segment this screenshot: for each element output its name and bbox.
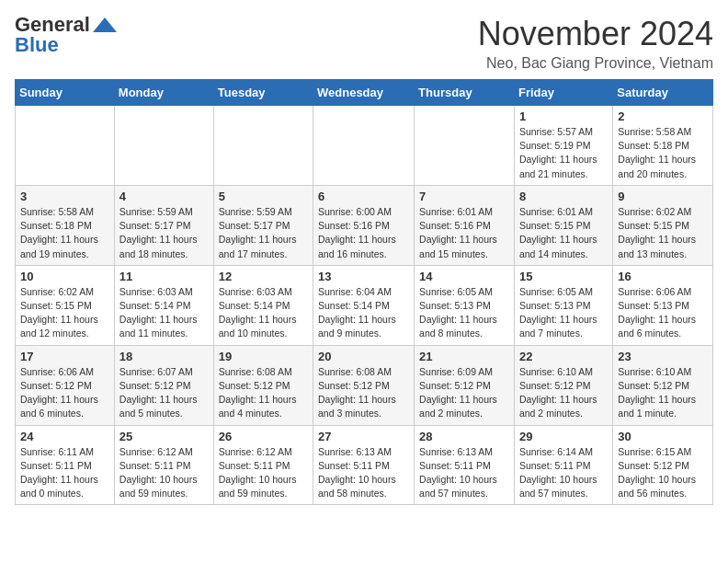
- day-number: 12: [219, 270, 308, 283]
- day-number: 28: [419, 430, 509, 443]
- svg-marker-0: [93, 17, 117, 32]
- day-number: 18: [119, 350, 209, 363]
- day-number: 7: [419, 190, 509, 203]
- calendar-cell: 23Sunrise: 6:10 AM Sunset: 5:12 PM Dayli…: [613, 345, 713, 425]
- calendar-cell: 9Sunrise: 6:02 AM Sunset: 5:15 PM Daylig…: [613, 185, 713, 265]
- day-info: Sunrise: 6:01 AM Sunset: 5:16 PM Dayligh…: [419, 205, 509, 261]
- calendar-cell: 2Sunrise: 5:58 AM Sunset: 5:18 PM Daylig…: [613, 106, 713, 186]
- weekday-header-sunday: Sunday: [16, 80, 115, 106]
- day-number: 30: [618, 430, 708, 443]
- calendar-cell: 6Sunrise: 6:00 AM Sunset: 5:16 PM Daylig…: [313, 185, 415, 265]
- day-number: 19: [219, 350, 308, 363]
- day-info: Sunrise: 6:05 AM Sunset: 5:13 PM Dayligh…: [519, 285, 608, 341]
- day-info: Sunrise: 6:07 AM Sunset: 5:12 PM Dayligh…: [119, 365, 209, 421]
- calendar-cell: 29Sunrise: 6:14 AM Sunset: 5:11 PM Dayli…: [514, 425, 612, 505]
- day-info: Sunrise: 5:59 AM Sunset: 5:17 PM Dayligh…: [119, 205, 209, 261]
- calendar-week-1: 1Sunrise: 5:57 AM Sunset: 5:19 PM Daylig…: [16, 106, 713, 186]
- day-info: Sunrise: 5:59 AM Sunset: 5:17 PM Dayligh…: [219, 205, 308, 261]
- weekday-header-saturday: Saturday: [613, 80, 713, 106]
- day-info: Sunrise: 6:08 AM Sunset: 5:12 PM Dayligh…: [318, 365, 409, 421]
- month-year-title: November 2024: [478, 15, 713, 53]
- day-info: Sunrise: 6:05 AM Sunset: 5:13 PM Dayligh…: [419, 285, 509, 341]
- weekday-header-tuesday: Tuesday: [213, 80, 313, 106]
- day-number: 9: [618, 190, 708, 203]
- calendar-cell: [415, 106, 515, 186]
- weekday-header-friday: Friday: [514, 80, 612, 106]
- day-number: 13: [318, 270, 409, 283]
- calendar-cell: [313, 106, 415, 186]
- day-number: 26: [219, 430, 308, 443]
- day-info: Sunrise: 6:06 AM Sunset: 5:13 PM Dayligh…: [618, 285, 708, 341]
- day-info: Sunrise: 6:03 AM Sunset: 5:14 PM Dayligh…: [219, 285, 308, 341]
- day-info: Sunrise: 6:12 AM Sunset: 5:11 PM Dayligh…: [119, 445, 209, 501]
- day-info: Sunrise: 6:10 AM Sunset: 5:12 PM Dayligh…: [618, 365, 708, 421]
- day-number: 16: [618, 270, 708, 283]
- calendar-cell: 3Sunrise: 5:58 AM Sunset: 5:18 PM Daylig…: [16, 185, 115, 265]
- calendar-cell: 21Sunrise: 6:09 AM Sunset: 5:12 PM Dayli…: [415, 345, 515, 425]
- calendar-cell: 24Sunrise: 6:11 AM Sunset: 5:11 PM Dayli…: [16, 425, 115, 505]
- day-info: Sunrise: 6:13 AM Sunset: 5:11 PM Dayligh…: [419, 445, 509, 501]
- day-info: Sunrise: 6:14 AM Sunset: 5:11 PM Dayligh…: [519, 445, 608, 501]
- calendar-cell: [16, 106, 115, 186]
- day-info: Sunrise: 6:09 AM Sunset: 5:12 PM Dayligh…: [419, 365, 509, 421]
- calendar-cell: 12Sunrise: 6:03 AM Sunset: 5:14 PM Dayli…: [213, 265, 313, 345]
- day-info: Sunrise: 5:58 AM Sunset: 5:18 PM Dayligh…: [618, 125, 708, 181]
- day-number: 29: [519, 430, 608, 443]
- calendar-cell: 13Sunrise: 6:04 AM Sunset: 5:14 PM Dayli…: [313, 265, 415, 345]
- calendar-cell: 28Sunrise: 6:13 AM Sunset: 5:11 PM Dayli…: [415, 425, 515, 505]
- page-header: General Blue November 2024 Neo, Bac Gian…: [15, 15, 713, 72]
- weekday-header-monday: Monday: [114, 80, 213, 106]
- day-info: Sunrise: 6:10 AM Sunset: 5:12 PM Dayligh…: [519, 365, 608, 421]
- calendar-cell: 17Sunrise: 6:06 AM Sunset: 5:12 PM Dayli…: [16, 345, 115, 425]
- calendar-cell: 25Sunrise: 6:12 AM Sunset: 5:11 PM Dayli…: [114, 425, 213, 505]
- day-info: Sunrise: 6:01 AM Sunset: 5:15 PM Dayligh…: [519, 205, 608, 261]
- day-number: 3: [20, 190, 109, 203]
- day-number: 5: [219, 190, 308, 203]
- day-number: 14: [419, 270, 509, 283]
- day-number: 10: [20, 270, 109, 283]
- calendar-week-5: 24Sunrise: 6:11 AM Sunset: 5:11 PM Dayli…: [16, 425, 713, 505]
- calendar-cell: 1Sunrise: 5:57 AM Sunset: 5:19 PM Daylig…: [514, 106, 612, 186]
- day-number: 1: [519, 109, 608, 123]
- calendar-cell: 11Sunrise: 6:03 AM Sunset: 5:14 PM Dayli…: [114, 265, 213, 345]
- day-number: 24: [20, 430, 109, 443]
- calendar-week-2: 3Sunrise: 5:58 AM Sunset: 5:18 PM Daylig…: [16, 185, 713, 265]
- day-number: 22: [519, 350, 608, 363]
- calendar-cell: 8Sunrise: 6:01 AM Sunset: 5:15 PM Daylig…: [514, 185, 612, 265]
- day-number: 2: [618, 109, 708, 123]
- day-number: 4: [119, 190, 209, 203]
- day-info: Sunrise: 6:13 AM Sunset: 5:11 PM Dayligh…: [318, 445, 409, 501]
- logo-icon: [92, 17, 118, 33]
- day-number: 8: [519, 190, 608, 203]
- day-number: 6: [318, 190, 409, 203]
- day-info: Sunrise: 6:06 AM Sunset: 5:12 PM Dayligh…: [20, 365, 109, 421]
- calendar-week-3: 10Sunrise: 6:02 AM Sunset: 5:15 PM Dayli…: [16, 265, 713, 345]
- day-number: 15: [519, 270, 608, 283]
- calendar-cell: 15Sunrise: 6:05 AM Sunset: 5:13 PM Dayli…: [514, 265, 612, 345]
- calendar-cell: 22Sunrise: 6:10 AM Sunset: 5:12 PM Dayli…: [514, 345, 612, 425]
- day-info: Sunrise: 6:02 AM Sunset: 5:15 PM Dayligh…: [618, 205, 708, 261]
- logo-general-text: General: [15, 15, 90, 35]
- calendar-cell: [114, 106, 213, 186]
- calendar-cell: 4Sunrise: 5:59 AM Sunset: 5:17 PM Daylig…: [114, 185, 213, 265]
- weekday-header-row: SundayMondayTuesdayWednesdayThursdayFrid…: [16, 80, 713, 106]
- day-number: 17: [20, 350, 109, 363]
- calendar-table: SundayMondayTuesdayWednesdayThursdayFrid…: [15, 79, 713, 505]
- calendar-cell: 26Sunrise: 6:12 AM Sunset: 5:11 PM Dayli…: [213, 425, 313, 505]
- logo-blue-text: Blue: [15, 35, 59, 55]
- calendar-week-4: 17Sunrise: 6:06 AM Sunset: 5:12 PM Dayli…: [16, 345, 713, 425]
- calendar-cell: 20Sunrise: 6:08 AM Sunset: 5:12 PM Dayli…: [313, 345, 415, 425]
- calendar-cell: 16Sunrise: 6:06 AM Sunset: 5:13 PM Dayli…: [613, 265, 713, 345]
- calendar-cell: 10Sunrise: 6:02 AM Sunset: 5:15 PM Dayli…: [16, 265, 115, 345]
- day-info: Sunrise: 6:11 AM Sunset: 5:11 PM Dayligh…: [20, 445, 109, 501]
- calendar-cell: 18Sunrise: 6:07 AM Sunset: 5:12 PM Dayli…: [114, 345, 213, 425]
- calendar-cell: 27Sunrise: 6:13 AM Sunset: 5:11 PM Dayli…: [313, 425, 415, 505]
- day-info: Sunrise: 6:04 AM Sunset: 5:14 PM Dayligh…: [318, 285, 409, 341]
- calendar-cell: 7Sunrise: 6:01 AM Sunset: 5:16 PM Daylig…: [415, 185, 515, 265]
- calendar-cell: 30Sunrise: 6:15 AM Sunset: 5:12 PM Dayli…: [613, 425, 713, 505]
- weekday-header-thursday: Thursday: [415, 80, 515, 106]
- day-number: 21: [419, 350, 509, 363]
- calendar-cell: 5Sunrise: 5:59 AM Sunset: 5:17 PM Daylig…: [213, 185, 313, 265]
- day-info: Sunrise: 6:12 AM Sunset: 5:11 PM Dayligh…: [219, 445, 308, 501]
- day-info: Sunrise: 6:08 AM Sunset: 5:12 PM Dayligh…: [219, 365, 308, 421]
